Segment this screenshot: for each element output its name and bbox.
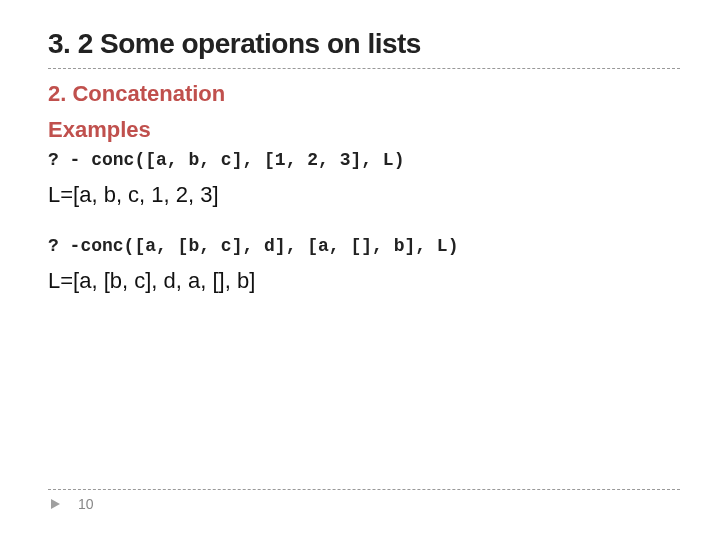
page-number: 10 bbox=[78, 496, 94, 512]
result-example-2: L=[a, [b, c], d, a, [], b] bbox=[48, 268, 680, 294]
result-example-1: L=[a, b, c, 1, 2, 3] bbox=[48, 182, 680, 208]
footer-bar: 10 bbox=[48, 489, 680, 512]
subheading-concatenation: 2. Concatenation bbox=[48, 79, 680, 109]
code-example-1: ? - conc([a, b, c], [1, 2, 3], L) bbox=[48, 150, 680, 170]
code-example-2: ? -conc([a, [b, c], d], [a, [], b], L) bbox=[48, 236, 680, 256]
subheading-examples: Examples bbox=[48, 115, 680, 145]
bullet-icon bbox=[48, 496, 64, 512]
slide-title: 3. 2 Some operations on lists bbox=[48, 28, 680, 69]
slide: 3. 2 Some operations on lists 2. Concate… bbox=[0, 0, 720, 540]
